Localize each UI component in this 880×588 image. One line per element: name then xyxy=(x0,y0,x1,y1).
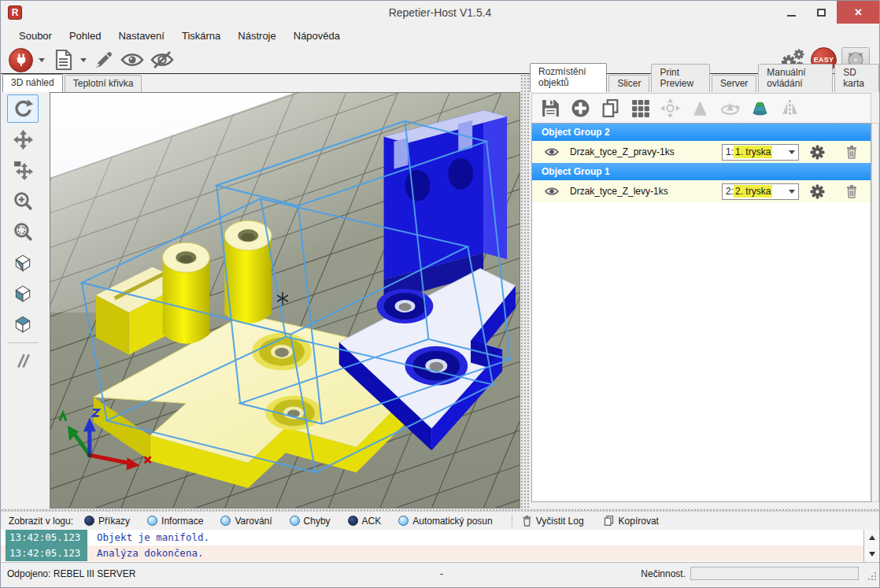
visibility-eye-icon[interactable] xyxy=(545,187,559,196)
clear-log-button[interactable]: Vyčistit Log xyxy=(522,515,584,527)
window-title: Repetier-Host V1.5.4 xyxy=(1,1,879,24)
show-filament-button[interactable] xyxy=(118,47,146,72)
move-icon xyxy=(13,129,34,150)
toggle-warnings[interactable]: Varování xyxy=(220,516,272,527)
log-timestamp: 13:42:05.123 xyxy=(6,530,87,545)
mirror-icon xyxy=(779,98,801,119)
resize-grip[interactable] xyxy=(868,572,877,581)
toggle-label: Informace xyxy=(161,516,203,527)
tab-slicer[interactable]: Slicer xyxy=(608,75,649,92)
delete-object-button[interactable] xyxy=(845,145,858,159)
menu-nastroje[interactable]: Nástroje xyxy=(229,26,284,46)
save-objects-button[interactable] xyxy=(535,95,565,122)
log-filter-label: Zobrazit v logu: xyxy=(9,516,73,527)
toggle-errors[interactable]: Chyby xyxy=(290,516,331,527)
menu-pohled[interactable]: Pohled xyxy=(61,26,109,46)
gear-icon xyxy=(810,184,825,199)
scroll-up-icon[interactable] xyxy=(869,535,875,540)
visibility-eye-icon[interactable] xyxy=(545,147,559,157)
object-group-header[interactable]: Object Group 1 xyxy=(532,163,871,180)
zoom-in-icon xyxy=(13,190,34,212)
panel-scrollbar[interactable] xyxy=(871,123,879,502)
cut-object-button[interactable] xyxy=(745,95,775,122)
document-icon xyxy=(51,48,75,72)
log-area[interactable]: 13:42:05.123 Objekt je manifold. 13:42:0… xyxy=(1,530,879,562)
load-dropdown-caret[interactable] xyxy=(80,58,87,62)
zoom-fit-button[interactable] xyxy=(7,217,39,246)
vertical-splitter[interactable] xyxy=(520,74,530,508)
object-settings-button[interactable] xyxy=(810,145,825,160)
minimize-button[interactable] xyxy=(777,1,805,24)
hide-travel-button[interactable] xyxy=(148,47,176,72)
log-toolbar: Zobrazit v logu: Příkazy Informace Varov… xyxy=(1,511,879,530)
copy-log-button[interactable]: Kopírovat xyxy=(603,515,659,527)
front-view-button[interactable] xyxy=(7,279,39,307)
trash-icon xyxy=(522,515,532,527)
object-name: Drzak_tyce_Z_pravy-1ks xyxy=(570,146,675,157)
tab-print-preview[interactable]: Print Preview xyxy=(651,64,710,92)
center-object-button[interactable] xyxy=(655,95,685,122)
clear-log-label: Vyčistit Log xyxy=(536,516,584,527)
menu-nastaveni[interactable]: Nastavení xyxy=(109,26,173,46)
rotate-object-button[interactable] xyxy=(715,95,745,122)
toggle-label: Příkazy xyxy=(98,516,130,527)
menu-napoveda[interactable]: Nápověda xyxy=(285,26,349,46)
copy-icon xyxy=(600,98,621,119)
copy-object-button[interactable] xyxy=(595,95,625,122)
chevron-down-icon xyxy=(789,150,795,154)
autoposition-button[interactable] xyxy=(625,95,655,122)
move-view-button[interactable] xyxy=(7,125,39,153)
grid-icon xyxy=(630,98,651,119)
main-area: 3D náhled Teplotní křivka xyxy=(1,74,879,508)
toggle-info[interactable]: Informace xyxy=(147,516,203,527)
tab-server[interactable]: Server xyxy=(712,75,756,92)
mirror-object-button[interactable] xyxy=(775,95,804,122)
tab-object-placement[interactable]: Rozmístění objektů xyxy=(530,63,607,92)
tab-manual-control[interactable]: Manuální ovládání xyxy=(758,64,833,92)
log-entry: 13:42:05.123 Analýza dokončena. xyxy=(1,545,879,561)
log-scrollbar[interactable] xyxy=(863,530,879,562)
isometric-view-button[interactable] xyxy=(7,248,39,276)
eye-icon xyxy=(120,50,145,69)
scroll-down-icon[interactable] xyxy=(869,552,875,557)
tab-sd-card[interactable]: SD karta xyxy=(834,64,879,92)
menu-tiskarna[interactable]: Tiskárna xyxy=(173,26,229,46)
move-object-button[interactable] xyxy=(7,156,39,184)
3d-viewport[interactable] xyxy=(50,92,520,508)
toggle-label: Automatický posun xyxy=(412,516,492,527)
extruder-select[interactable]: 2: 2. tryska xyxy=(722,183,799,200)
connect-dropdown-caret[interactable] xyxy=(39,58,45,62)
right-panel: Rozmístění objektů Slicer Print Preview … xyxy=(530,74,880,508)
rotate-view-button[interactable] xyxy=(7,94,39,123)
extruder-select[interactable]: 1: 1. tryska xyxy=(722,144,799,161)
viewport-tool-column xyxy=(1,92,50,508)
close-button[interactable]: × xyxy=(837,1,880,24)
object-row[interactable]: Drzak_tyce_Z_pravy-1ks 1: 1. tryska xyxy=(532,141,871,163)
add-object-button[interactable] xyxy=(565,95,595,122)
object-row[interactable]: Drzak_tyce_Z_levy-1ks 2: 2. tryska xyxy=(532,180,871,202)
connect-button[interactable] xyxy=(7,47,35,72)
rotate-object-icon xyxy=(719,98,741,119)
extruder-value: 2. tryska xyxy=(734,185,772,198)
edit-object-button[interactable] xyxy=(91,47,116,72)
delete-object-button[interactable] xyxy=(845,184,858,198)
tab-3d-view[interactable]: 3D náhled xyxy=(2,74,63,92)
scale-object-button[interactable] xyxy=(685,95,715,122)
right-panel-tabs: Rozmístění objektů Slicer Print Preview … xyxy=(530,74,880,92)
top-view-button[interactable] xyxy=(7,309,39,338)
object-settings-button[interactable] xyxy=(810,184,825,199)
parallel-projection-button[interactable] xyxy=(7,346,39,375)
toggle-autoscroll[interactable]: Automatický posun xyxy=(398,516,492,527)
menu-soubor[interactable]: Soubor xyxy=(10,26,61,46)
trash-icon xyxy=(845,184,858,198)
plug-icon xyxy=(9,48,33,72)
object-group-header[interactable]: Object Group 2 xyxy=(532,124,871,141)
toggle-commands[interactable]: Příkazy xyxy=(84,516,130,527)
load-button[interactable] xyxy=(50,47,76,72)
tab-temperature-curve[interactable]: Teplotní křivka xyxy=(65,75,142,92)
toggle-ack[interactable]: ACK xyxy=(348,516,382,527)
gear-icon xyxy=(810,145,825,160)
maximize-button[interactable] xyxy=(805,1,837,24)
zoom-in-button[interactable] xyxy=(7,187,39,215)
filter-circle-icon xyxy=(398,516,409,526)
